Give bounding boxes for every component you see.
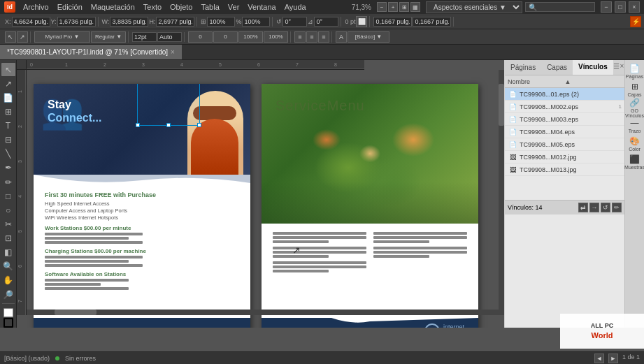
eyedropper-tool[interactable]: 🔍 — [1, 260, 15, 273]
handle-bl[interactable] — [136, 123, 140, 127]
select-tool[interactable]: ↖ — [5, 31, 16, 43]
layers-icon-btn[interactable]: ⊞ Capas — [627, 81, 643, 98]
rect-tool[interactable]: □ — [1, 189, 15, 203]
scissors-tool[interactable]: ✂ — [1, 217, 15, 231]
selection-box[interactable]: Hours: 3am -9pm M-S 8am -8pm Sun: — [137, 84, 200, 126]
color-icon-btn[interactable]: 🎨 Color — [627, 136, 643, 152]
relink-btn[interactable]: ⇄ — [578, 203, 588, 212]
leading-input[interactable] — [157, 32, 182, 42]
link-item-1[interactable]: 📄 TC99908...M002.eps 1 — [505, 101, 624, 113]
search-input[interactable] — [525, 2, 595, 12]
hand-tool[interactable]: ✋ — [1, 274, 15, 287]
para-style-btn[interactable]: [Básico] ▼ — [348, 31, 389, 43]
edit-original-btn[interactable]: ✏ — [612, 203, 622, 212]
page-tool[interactable]: 📄 — [1, 91, 15, 104]
pen-tool[interactable]: ✒ — [1, 161, 15, 175]
h-input[interactable] — [156, 17, 194, 27]
link-item-0[interactable]: 📄 TC99908...01.eps (2) — [505, 88, 624, 101]
gap-tool[interactable]: ⊞ — [1, 105, 15, 118]
horizontal-scroll-thumb[interactable] — [55, 310, 96, 315]
panel-menu-btn[interactable]: ☰ — [613, 60, 620, 71]
vertical-scroll-thumb[interactable] — [499, 84, 504, 126]
prev-page-btn[interactable]: ◄ — [594, 354, 604, 363]
links-icon-btn[interactable]: 🔗 GO Vínculos — [627, 99, 643, 116]
scale-x-input[interactable] — [207, 17, 235, 27]
align-right-btn[interactable]: ≡ — [318, 31, 329, 43]
scale-v-btn[interactable]: 100% — [238, 31, 263, 43]
x-input[interactable] — [12, 17, 50, 27]
align-left-btn[interactable]: ≡ — [294, 31, 306, 43]
stroke-btn[interactable]: ⬜ — [356, 16, 367, 27]
pages-icon-btn[interactable]: 📄 Páginas — [627, 63, 643, 80]
tab-vinculos[interactable]: Vínculos — [573, 60, 613, 75]
text-tool[interactable]: T — [1, 119, 15, 133]
document-tab[interactable]: *TC9990801-LAYOUT-P1l.indd @ 71% [Conver… — [0, 45, 183, 59]
align-center-btn[interactable]: ≡ — [306, 31, 317, 43]
fill-color-btn[interactable] — [3, 308, 13, 317]
menu-edicion[interactable]: Edición — [54, 3, 86, 11]
link-item-3[interactable]: 📄 TC99908...M04.eps — [505, 126, 624, 138]
link-item-5[interactable]: 🖼 TC99908...M012.jpg — [505, 151, 624, 163]
tab-paginas[interactable]: Páginas — [505, 60, 541, 75]
handle-bc[interactable] — [166, 123, 171, 127]
scale-h-btn[interactable]: 100% — [264, 31, 288, 43]
link-item-2[interactable]: 📄 TC99908...M003.eps — [505, 113, 624, 126]
tab-close-btn[interactable]: × — [171, 48, 175, 56]
menu-texto[interactable]: Texto — [140, 3, 165, 11]
menu-ventana[interactable]: Ventana — [244, 3, 279, 11]
gradient-tool[interactable]: ◧ — [1, 246, 15, 259]
handle-br[interactable] — [197, 123, 201, 127]
kern-btn[interactable]: 0 — [188, 31, 213, 43]
menu-ayuda[interactable]: Ayuda — [281, 3, 310, 11]
go-to-link-btn[interactable]: → — [589, 203, 599, 212]
link-item-6[interactable]: 🖼 TC99908...M013.jpg — [505, 163, 624, 176]
scale-y-input[interactable] — [242, 17, 270, 27]
menu-tabla[interactable]: Tabla — [197, 3, 222, 11]
table-tool[interactable]: ⊟ — [1, 133, 15, 147]
zoom-out-btn[interactable]: − — [377, 2, 387, 12]
y-input[interactable] — [57, 17, 96, 27]
line-tool[interactable]: ╲ — [1, 147, 15, 161]
zoom-tool[interactable]: 🔎 — [1, 288, 15, 301]
selection-tool[interactable]: ↖ — [1, 63, 15, 76]
view-btn[interactable]: ⊞ — [399, 2, 409, 12]
menu-objeto[interactable]: Objeto — [166, 3, 196, 11]
update-link-btn[interactable]: ↺ — [601, 203, 610, 212]
pencil-tool[interactable]: ✏ — [1, 175, 15, 189]
next-page-btn[interactable]: ► — [608, 354, 618, 363]
zoom-in-btn[interactable]: + — [388, 2, 398, 12]
workspace-selector[interactable]: Aspectos esenciales ▼ — [426, 1, 522, 13]
stroke-h-input[interactable] — [413, 17, 451, 27]
panel-sort-btn[interactable]: ▲ — [565, 78, 622, 85]
font-selector[interactable]: Myriad Pro ▼ — [34, 31, 90, 43]
color-fill-btn[interactable]: A — [336, 31, 347, 43]
font-style[interactable]: Regular ▼ — [91, 31, 126, 43]
shear-input[interactable] — [314, 17, 338, 27]
stroke-color-btn[interactable] — [3, 318, 13, 328]
stroke-icon-btn[interactable]: — Trazo — [627, 117, 643, 134]
direct-select-tool[interactable]: ↗ — [17, 31, 28, 43]
track-btn[interactable]: 0 — [213, 31, 238, 43]
window-max-btn[interactable]: □ — [615, 1, 626, 13]
window-close-btn[interactable]: × — [629, 1, 640, 13]
ellipse-tool[interactable]: ○ — [1, 203, 15, 217]
mode-btn[interactable]: ▦ — [410, 2, 420, 12]
tab-capas[interactable]: Capas — [541, 60, 573, 75]
panel-close-btn[interactable]: × — [620, 60, 624, 71]
menu-ver[interactable]: Ver — [224, 3, 243, 11]
vertical-scrollbar[interactable] — [499, 70, 504, 315]
window-min-btn[interactable]: − — [601, 1, 612, 13]
angle-input[interactable] — [282, 17, 307, 27]
stroke-w-input[interactable] — [373, 17, 412, 27]
link-item-4[interactable]: 📄 TC99908...M05.eps — [505, 138, 624, 151]
direct-selection-tool[interactable]: ↗ — [1, 77, 15, 90]
w-input[interactable] — [110, 17, 148, 27]
menu-maquetacion[interactable]: Maquetación — [87, 3, 138, 11]
lightning-btn[interactable]: ⚡ — [630, 16, 641, 27]
swatches-icon-btn[interactable]: ⬛ Muestras — [627, 154, 643, 170]
free-transform-tool[interactable]: ⊡ — [1, 232, 15, 245]
font-size-input[interactable] — [132, 32, 157, 42]
horizontal-scrollbar[interactable] — [27, 310, 499, 315]
menu-archivo[interactable]: Archivo — [20, 3, 52, 11]
canvas-area[interactable]: 0 1 2 3 4 5 6 7 8 9 10 11 12 1 2 3 — [17, 60, 504, 328]
